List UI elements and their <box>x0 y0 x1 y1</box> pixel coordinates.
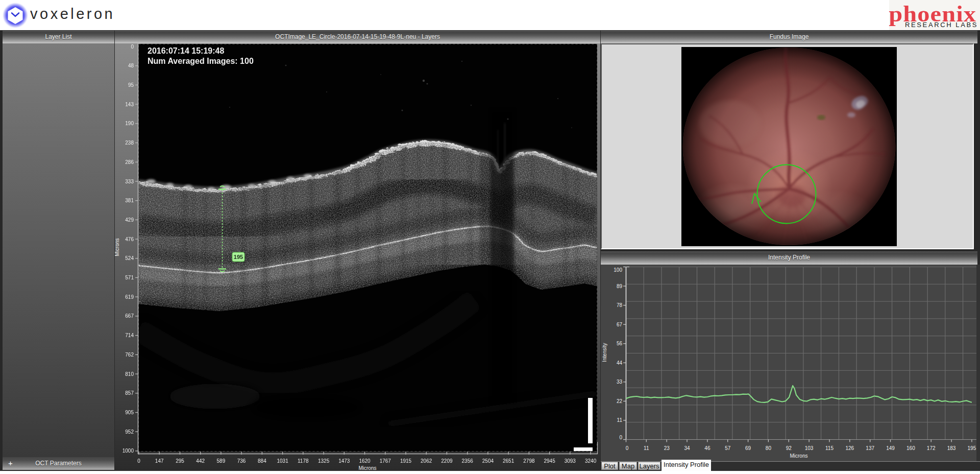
svg-text:11: 11 <box>644 445 649 451</box>
svg-text:103: 103 <box>805 445 814 451</box>
svg-text:0: 0 <box>131 44 134 50</box>
svg-text:143: 143 <box>125 102 134 107</box>
svg-text:736: 736 <box>237 458 246 464</box>
svg-text:67: 67 <box>617 322 623 327</box>
svg-text:1473: 1473 <box>338 458 350 464</box>
svg-text:0: 0 <box>619 435 622 440</box>
svg-text:619: 619 <box>125 294 134 300</box>
svg-text:589: 589 <box>217 458 226 464</box>
svg-text:905: 905 <box>125 410 134 415</box>
svg-text:3093: 3093 <box>565 458 576 464</box>
svg-text:524: 524 <box>125 255 134 261</box>
svg-text:1031: 1031 <box>277 458 288 464</box>
svg-text:92: 92 <box>786 445 792 451</box>
svg-text:3240: 3240 <box>585 458 597 464</box>
svg-text:89: 89 <box>617 283 623 289</box>
svg-text:1325: 1325 <box>318 458 330 464</box>
svg-text:476: 476 <box>125 236 134 242</box>
svg-text:22: 22 <box>617 398 623 404</box>
svg-text:2945: 2945 <box>544 458 555 464</box>
svg-text:57: 57 <box>725 445 731 451</box>
svg-text:160: 160 <box>906 445 915 451</box>
svg-text:Microns: Microns <box>115 238 120 256</box>
svg-text:295: 295 <box>176 458 184 464</box>
svg-text:78: 78 <box>617 302 623 308</box>
svg-text:23: 23 <box>664 445 670 451</box>
svg-text:195: 195 <box>234 254 243 260</box>
svg-text:126: 126 <box>845 445 854 451</box>
svg-text:1178: 1178 <box>298 458 309 464</box>
svg-text:762: 762 <box>125 352 134 358</box>
svg-text:137: 137 <box>866 445 874 451</box>
svg-text:Intensity: Intensity <box>602 343 607 362</box>
svg-text:2016:07:14 15:19:48: 2016:07:14 15:19:48 <box>148 46 224 55</box>
svg-text:33: 33 <box>617 379 623 385</box>
svg-text:286: 286 <box>125 159 134 165</box>
svg-text:149: 149 <box>886 445 895 451</box>
svg-text:884: 884 <box>258 458 266 464</box>
svg-text:100: 100 <box>614 267 622 273</box>
svg-text:0: 0 <box>626 445 629 451</box>
svg-text:857: 857 <box>125 390 134 396</box>
svg-text:810: 810 <box>125 371 134 377</box>
svg-text:952: 952 <box>125 429 134 435</box>
svg-text:147: 147 <box>155 458 164 464</box>
svg-text:2798: 2798 <box>523 458 535 464</box>
svg-text:571: 571 <box>125 275 134 280</box>
svg-text:69: 69 <box>745 445 751 451</box>
svg-text:Microns: Microns <box>358 465 376 471</box>
svg-text:442: 442 <box>196 458 205 464</box>
svg-text:1000: 1000 <box>122 448 134 454</box>
svg-text:714: 714 <box>125 333 134 338</box>
svg-text:2504: 2504 <box>482 458 494 464</box>
svg-text:429: 429 <box>125 217 134 223</box>
svg-text:34: 34 <box>684 445 690 451</box>
svg-text:Num Averaged Images: 100: Num Averaged Images: 100 <box>148 57 254 65</box>
svg-text:667: 667 <box>125 313 134 319</box>
svg-text:2209: 2209 <box>441 458 453 464</box>
svg-text:44: 44 <box>617 360 623 366</box>
svg-text:48: 48 <box>128 63 134 68</box>
svg-text:1620: 1620 <box>359 458 371 464</box>
svg-text:2356: 2356 <box>462 458 474 464</box>
svg-text:11: 11 <box>617 417 623 423</box>
svg-text:183: 183 <box>947 445 956 451</box>
svg-text:Microns: Microns <box>790 453 807 459</box>
svg-text:1767: 1767 <box>380 458 391 464</box>
svg-text:46: 46 <box>704 445 710 451</box>
svg-text:1915: 1915 <box>400 458 412 464</box>
svg-text:115: 115 <box>825 445 834 451</box>
svg-text:2651: 2651 <box>503 458 514 464</box>
svg-text:56: 56 <box>617 341 623 346</box>
svg-text:333: 333 <box>125 179 134 184</box>
svg-text:172: 172 <box>927 445 936 451</box>
svg-text:238: 238 <box>125 140 134 146</box>
svg-text:195: 195 <box>968 445 976 451</box>
svg-text:0: 0 <box>137 458 140 464</box>
svg-text:2062: 2062 <box>421 458 432 464</box>
svg-text:190: 190 <box>125 121 134 126</box>
svg-text:95: 95 <box>128 82 134 88</box>
svg-text:381: 381 <box>125 198 134 203</box>
svg-text:80: 80 <box>766 445 772 451</box>
